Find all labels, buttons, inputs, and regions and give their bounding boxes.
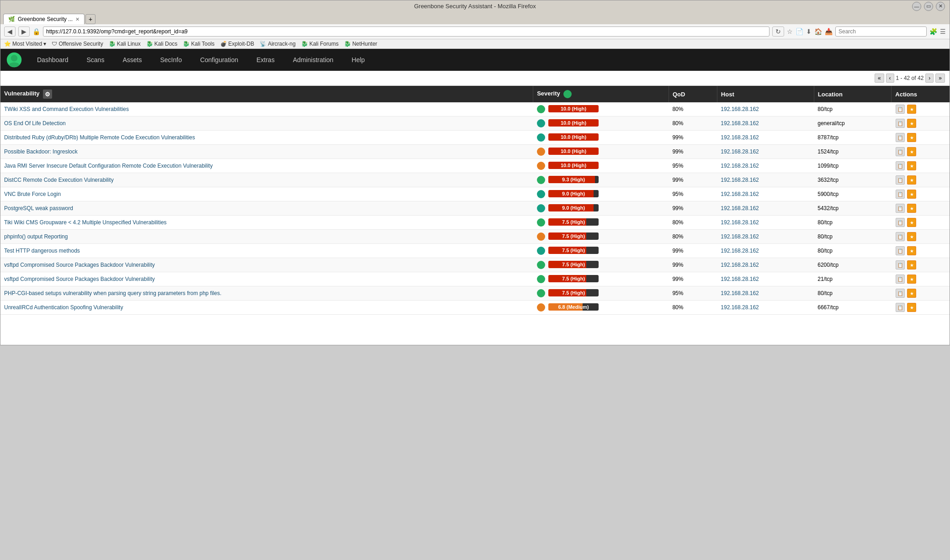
bookmark-exploit-db[interactable]: 💣 Exploit-DB [220,41,255,47]
menu-icon[interactable]: ☰ [940,28,946,35]
details-action-icon[interactable]: 📋 [896,246,905,255]
vulnerability-link[interactable]: vsftpd Compromised Source Packages Backd… [4,262,155,268]
bookmark-star-icon[interactable]: ☆ [787,28,793,35]
star-action-icon[interactable]: ★ [907,204,916,213]
vulnerability-link[interactable]: Java RMI Server Insecure Default Configu… [4,163,212,169]
host-link[interactable]: 192.168.28.162 [721,120,759,127]
details-action-icon[interactable]: 📋 [896,289,905,298]
host-link[interactable]: 192.168.28.162 [721,134,759,141]
vulnerability-filter-icon[interactable]: ⚙ [43,90,52,99]
details-action-icon[interactable]: 📋 [896,275,905,284]
new-tab-button[interactable]: + [85,14,96,24]
host-link[interactable]: 192.168.28.162 [721,148,759,155]
prev-page-button[interactable]: ‹ [886,74,894,83]
download-icon[interactable]: ⬇ [806,28,812,35]
minimize-button[interactable]: — [912,2,921,11]
vulnerability-link[interactable]: PHP-CGI-based setups vulnerability when … [4,290,222,296]
nav-assets[interactable]: Assets [113,50,151,70]
back-button[interactable]: ◀ [4,26,16,37]
vulnerability-link[interactable]: DistCC Remote Code Execution Vulnerabili… [4,177,114,183]
details-action-icon[interactable]: 📋 [896,218,905,227]
details-action-icon[interactable]: 📋 [896,105,905,114]
reader-mode-icon[interactable]: 📄 [796,28,803,35]
vulnerability-link[interactable]: Distributed Ruby (dRuby/DRb) Multiple Re… [4,134,195,141]
vulnerability-link[interactable]: Possible Backdoor: Ingreslock [4,148,78,155]
details-action-icon[interactable]: 📋 [896,204,905,213]
details-action-icon[interactable]: 📋 [896,232,905,241]
details-action-icon[interactable]: 📋 [896,175,905,185]
bookmark-offensive-security[interactable]: 🛡 Offensive Security [52,41,103,47]
bookmark-kali-docs[interactable]: 🐉 Kali Docs [146,41,178,47]
nav-help[interactable]: Help [343,50,374,70]
host-link[interactable]: 192.168.28.162 [721,106,759,112]
host-link[interactable]: 192.168.28.162 [721,276,759,282]
close-button[interactable]: ✕ [936,2,945,11]
search-input[interactable] [835,26,927,37]
nav-administration[interactable]: Administration [284,50,343,70]
star-action-icon[interactable]: ★ [907,260,916,269]
host-link[interactable]: 192.168.28.162 [721,191,759,197]
vulnerability-link[interactable]: UnrealIRCd Authentication Spoofing Vulne… [4,304,123,311]
vulnerability-link[interactable]: OS End Of Life Detection [4,120,66,127]
address-input[interactable] [43,26,770,37]
bookmark-most-visited[interactable]: ⭐ Most Visited ▾ [4,41,46,47]
bookmark-aircrack[interactable]: 📡 Aircrack-ng [260,41,296,47]
host-link[interactable]: 192.168.28.162 [721,262,759,268]
host-link[interactable]: 192.168.28.162 [721,205,759,211]
star-action-icon[interactable]: ★ [907,246,916,255]
severity-filter-icon[interactable] [563,90,572,98]
bookmark-nethunter[interactable]: 🐉 NetHunter [344,41,377,47]
star-action-icon[interactable]: ★ [907,218,916,227]
host-link[interactable]: 192.168.28.162 [721,163,759,169]
star-action-icon[interactable]: ★ [907,303,916,312]
vulnerability-link[interactable]: Test HTTP dangerous methods [4,248,80,254]
tab-close-button[interactable]: ✕ [75,16,80,22]
maximize-button[interactable]: ▭ [924,2,933,11]
bookmark-kali-forums[interactable]: 🐉 Kali Forums [301,41,339,47]
details-action-icon[interactable]: 📋 [896,260,905,269]
host-link[interactable]: 192.168.28.162 [721,233,759,240]
star-action-icon[interactable]: ★ [907,289,916,298]
star-action-icon[interactable]: ★ [907,133,916,142]
bookmark-kali-tools[interactable]: 🐉 Kali Tools [183,41,214,47]
nav-extras[interactable]: Extras [247,50,284,70]
forward-button[interactable]: ▶ [18,26,30,37]
active-tab[interactable]: 🌿 Greenbone Security ... ✕ [3,14,85,24]
nav-secinfo[interactable]: SecInfo [151,50,191,70]
details-action-icon[interactable]: 📋 [896,303,905,312]
star-action-icon[interactable]: ★ [907,105,916,114]
star-action-icon[interactable]: ★ [907,175,916,185]
host-link[interactable]: 192.168.28.162 [721,248,759,254]
extensions-icon[interactable]: 🧩 [929,28,937,35]
star-action-icon[interactable]: ★ [907,190,916,199]
star-action-icon[interactable]: ★ [907,147,916,156]
next-page-button[interactable]: › [925,74,934,83]
last-page-button[interactable]: » [935,74,945,83]
host-link[interactable]: 192.168.28.162 [721,304,759,311]
vulnerability-link[interactable]: vsftpd Compromised Source Packages Backd… [4,276,155,282]
vulnerability-link[interactable]: phpinfo() output Reporting [4,233,68,240]
details-action-icon[interactable]: 📋 [896,190,905,199]
details-action-icon[interactable]: 📋 [896,161,905,170]
details-action-icon[interactable]: 📋 [896,133,905,142]
details-action-icon[interactable]: 📋 [896,119,905,128]
star-action-icon[interactable]: ★ [907,232,916,241]
star-action-icon[interactable]: ★ [907,119,916,128]
host-link[interactable]: 192.168.28.162 [721,290,759,296]
first-page-button[interactable]: « [875,74,884,83]
star-action-icon[interactable]: ★ [907,161,916,170]
vulnerability-link[interactable]: Tiki Wiki CMS Groupware < 4.2 Multiple U… [4,219,167,226]
host-link[interactable]: 192.168.28.162 [721,219,759,226]
home-icon[interactable]: 🏠 [814,28,822,35]
star-action-icon[interactable]: ★ [907,275,916,284]
reload-button[interactable]: ↻ [772,26,784,37]
vulnerability-link[interactable]: TWiki XSS and Command Execution Vulnerab… [4,106,129,112]
vulnerability-link[interactable]: PostgreSQL weak password [4,205,73,211]
vulnerability-link[interactable]: VNC Brute Force Login [4,191,61,197]
nav-configuration[interactable]: Configuration [191,50,247,70]
bookmark-kali-linux[interactable]: 🐉 Kali Linux [109,41,141,47]
nav-dashboard[interactable]: Dashboard [28,50,78,70]
details-action-icon[interactable]: 📋 [896,147,905,156]
pocket-icon[interactable]: 📥 [825,28,833,35]
nav-scans[interactable]: Scans [78,50,114,70]
